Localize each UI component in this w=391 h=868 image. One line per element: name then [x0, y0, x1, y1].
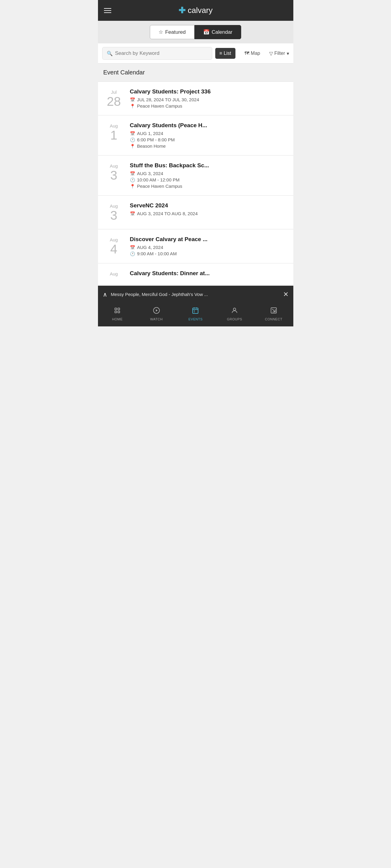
calendar-meta-icon: 📅 [130, 211, 135, 216]
pin-icon: 📍 [130, 184, 135, 189]
pin-icon: 📍 [130, 104, 135, 108]
event-meta: 📅 AUG 3, 2024 🕐 10:00 AM - 12:00 PM 📍 Pe… [130, 171, 288, 189]
tab-calendar[interactable]: 📅 Calendar [194, 25, 241, 39]
event-time-row: 🕐 10:00 AM - 12:00 PM [130, 177, 288, 182]
event-date-block: Aug [103, 270, 124, 279]
bottom-nav: HOME WATCH EVENTS [98, 303, 293, 327]
search-wrap[interactable]: 🔍 [102, 47, 212, 60]
event-month: Jul [111, 90, 117, 95]
event-location-row: 📍 Peace Haven Campus [130, 103, 288, 108]
event-date-row: 📅 JUL 28, 2024 TO JUL 30, 2024 [130, 97, 288, 102]
event-title: Calvary Students: Dinner at... [130, 270, 288, 277]
svg-point-12 [233, 308, 236, 310]
chevron-up-icon[interactable]: ∧ [103, 291, 107, 298]
hamburger-menu[interactable] [104, 8, 111, 13]
tab-bar: ☆ Featured 📅 Calendar [98, 21, 293, 43]
event-meta: 📅 JUL 28, 2024 TO JUL 30, 2024 📍 Peace H… [130, 97, 288, 108]
event-item[interactable]: Aug Calvary Students: Dinner at... [98, 264, 293, 286]
event-date-block: Aug 4 [103, 236, 124, 256]
event-item[interactable]: Aug 1 Calvary Students (Peace H... 📅 AUG… [98, 116, 293, 156]
event-date-text: AUG 3, 2024 [137, 171, 163, 176]
logo-text: calvary [188, 6, 213, 15]
event-date-block: Jul 28 [103, 88, 124, 108]
filter-button[interactable]: ▽ Filter ▾ [269, 51, 289, 56]
event-date-row: 📅 AUG 3, 2024 TO AUG 8, 2024 [130, 211, 288, 216]
event-day: 28 [107, 95, 121, 108]
nav-events-label: EVENTS [188, 317, 203, 321]
logo-icon: ✚ [178, 5, 185, 16]
star-icon: ☆ [158, 29, 163, 35]
groups-icon [231, 307, 238, 316]
event-item[interactable]: Jul 28 Calvary Students: Project 336 📅 J… [98, 82, 293, 116]
nav-home-label: HOME [112, 317, 123, 321]
list-label: List [224, 51, 231, 56]
tab-featured-label: Featured [165, 29, 186, 35]
connect-icon [270, 307, 277, 316]
svg-rect-3 [118, 311, 120, 313]
nav-connect-label: CONNECT [265, 317, 282, 321]
event-location-text: Beason Home [137, 144, 166, 149]
nav-groups[interactable]: GROUPS [225, 307, 244, 321]
nav-events[interactable]: EVENTS [186, 307, 204, 321]
event-date-text: AUG 4, 2024 [137, 245, 163, 250]
clock-icon: 🕐 [130, 137, 135, 142]
map-view-button[interactable]: 🗺 Map [240, 48, 264, 59]
calendar-meta-icon: 📅 [130, 171, 135, 176]
event-day: 3 [110, 209, 117, 222]
list-view-button[interactable]: ≡ List [215, 48, 236, 59]
nav-connect[interactable]: CONNECT [265, 307, 283, 321]
event-time-row: 🕐 9:00 AM - 10:00 AM [130, 251, 288, 256]
event-meta: 📅 AUG 4, 2024 🕐 9:00 AM - 10:00 AM [130, 245, 288, 256]
events-icon [192, 307, 199, 316]
event-date-block: Aug 3 [103, 202, 124, 222]
event-time-row: 🕐 6:00 PM - 8:00 PM [130, 137, 288, 142]
tab-calendar-label: Calendar [212, 29, 233, 35]
event-details: Stuff the Bus: Backpack Sc... 📅 AUG 3, 2… [130, 162, 288, 189]
tab-featured[interactable]: ☆ Featured [150, 25, 194, 39]
event-item[interactable]: Aug 3 ServeNC 2024 📅 AUG 3, 2024 TO AUG … [98, 195, 293, 229]
calendar-icon: 📅 [203, 29, 210, 35]
search-view-bar: 🔍 ≡ List 🗺 Map ▽ Filter ▾ [98, 43, 293, 64]
event-day: 3 [110, 168, 117, 182]
event-month: Aug [110, 237, 118, 242]
event-location-text: Peace Haven Campus [137, 103, 182, 108]
svg-marker-5 [156, 309, 158, 312]
calendar-meta-icon: 📅 [130, 131, 135, 136]
nav-home[interactable]: HOME [108, 307, 126, 321]
calendar-meta-icon: 📅 [130, 97, 135, 102]
event-day: 1 [110, 128, 117, 142]
event-date-text: AUG 3, 2024 TO AUG 8, 2024 [137, 211, 198, 216]
filter-chevron-icon: ▾ [287, 51, 289, 56]
calendar-title: Event Calendar [98, 64, 293, 82]
logo: ✚ calvary [178, 5, 213, 16]
event-location-text: Peace Haven Campus [137, 184, 182, 189]
event-date-block: Aug 1 [103, 122, 124, 149]
event-date-text: JUL 28, 2024 TO JUL 30, 2024 [137, 97, 199, 102]
map-icon: 🗺 [244, 51, 249, 56]
calendar-meta-icon: 📅 [130, 245, 135, 250]
search-input[interactable] [115, 50, 208, 56]
event-details: Calvary Students: Dinner at... [130, 270, 288, 279]
event-title: Stuff the Bus: Backpack Sc... [130, 162, 288, 169]
pin-icon: 📍 [130, 144, 135, 149]
event-meta: 📅 AUG 1, 2024 🕐 6:00 PM - 8:00 PM 📍 Beas… [130, 131, 288, 149]
event-location-row: 📍 Beason Home [130, 144, 288, 149]
clock-icon: 🕐 [130, 251, 135, 256]
search-icon: 🔍 [107, 51, 113, 56]
event-date-row: 📅 AUG 3, 2024 [130, 171, 288, 176]
notification-banner[interactable]: ∧ Messy People, Merciful God - Jephthah'… [98, 286, 293, 303]
nav-watch-label: WATCH [150, 317, 163, 321]
close-icon[interactable]: ✕ [283, 290, 289, 299]
svg-rect-2 [115, 311, 117, 313]
event-details: ServeNC 2024 📅 AUG 3, 2024 TO AUG 8, 202… [130, 202, 288, 222]
svg-rect-1 [118, 308, 120, 310]
nav-watch[interactable]: WATCH [147, 307, 166, 321]
event-item[interactable]: Aug 4 Discover Calvary at Peace ... 📅 AU… [98, 229, 293, 263]
event-time-text: 10:00 AM - 12:00 PM [137, 177, 180, 182]
event-item[interactable]: Aug 3 Stuff the Bus: Backpack Sc... 📅 AU… [98, 156, 293, 195]
map-label: Map [251, 51, 260, 56]
event-day: 4 [110, 242, 117, 256]
event-time-text: 9:00 AM - 10:00 AM [137, 251, 177, 256]
event-date-row: 📅 AUG 1, 2024 [130, 131, 288, 136]
event-title: Calvary Students: Project 336 [130, 88, 288, 95]
